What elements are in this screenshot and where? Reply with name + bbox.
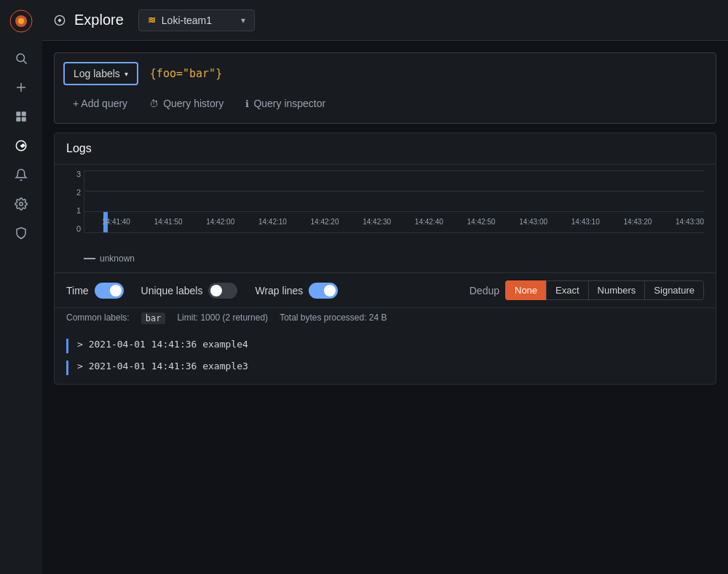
x-label-5: 14:42:30 (363, 218, 391, 232)
svg-rect-8 (22, 111, 26, 116)
query-history-label: Query history (163, 98, 223, 109)
chart-plot: 14:41:40 14:41:50 14:42:00 14:42:10 14:4… (84, 170, 704, 233)
unique-labels-toggle-thumb (210, 285, 222, 296)
datasource-name: Loki-team1 (162, 15, 212, 26)
query-bar: Log labels ▾ + Add query ⏱ Query history… (54, 52, 716, 124)
main-content: Explore ≋ Loki-team1 ▾ Log labels ▾ + Ad… (42, 0, 728, 574)
log-entry-bar-0 (66, 339, 68, 353)
wrap-lines-toggle[interactable] (309, 283, 338, 299)
controls-row: Time Unique labels Wrap lines (55, 272, 716, 307)
limit-text: Limit: 1000 (2 returned) (177, 312, 268, 324)
datasource-selector[interactable]: ≋ Loki-team1 ▾ (138, 9, 255, 31)
wrap-lines-control: Wrap lines (255, 283, 338, 299)
explore-nav-icon (54, 15, 66, 26)
log-text-0: > 2021-04-01 14:41:36 example4 (77, 337, 248, 353)
dedup-numbers-button[interactable]: Numbers (588, 280, 645, 300)
common-labels-label: Common labels: (66, 312, 130, 324)
wrap-lines-label: Wrap lines (255, 285, 303, 296)
svg-point-2 (18, 18, 24, 24)
unique-labels-control: Unique labels (141, 283, 238, 299)
bytes-text: Total bytes processed: 24 B (280, 312, 387, 324)
query-history-button[interactable]: ⏱ Query history (140, 93, 233, 114)
legend-line-icon (84, 258, 95, 259)
inspector-icon: ℹ (245, 98, 249, 109)
x-label-1: 14:41:50 (154, 218, 183, 232)
sidebar-item-alerting[interactable] (8, 162, 34, 188)
y-label-3: 3 (76, 170, 81, 178)
chart-container: 3 2 1 0 (66, 170, 704, 251)
query-inspector-label: Query inspector (253, 98, 325, 109)
dedup-none-button[interactable]: None (505, 280, 546, 300)
log-labels-chevron-icon: ▾ (124, 70, 128, 78)
content-area: Log labels ▾ + Add query ⏱ Query history… (42, 41, 728, 574)
unique-labels-label: Unique labels (141, 285, 203, 296)
chevron-down-icon: ▾ (241, 15, 245, 25)
svg-line-4 (23, 60, 26, 63)
x-label-6: 14:42:40 (415, 218, 443, 232)
x-label-2: 14:42:00 (206, 218, 234, 232)
logs-panel: Logs 3 2 1 0 (54, 133, 716, 385)
add-query-label: + Add query (73, 98, 127, 109)
sidebar-item-explore[interactable] (8, 133, 34, 159)
svg-point-13 (20, 203, 23, 206)
log-entry-1[interactable]: > 2021-04-01 14:41:36 example3 (55, 356, 716, 378)
topbar: Explore ≋ Loki-team1 ▾ (42, 0, 728, 41)
chart-x-axis: 14:41:40 14:41:50 14:42:00 14:42:10 14:4… (102, 218, 704, 232)
sidebar-item-search[interactable] (8, 45, 34, 71)
query-inspector-button[interactable]: ℹ Query inspector (236, 93, 335, 114)
x-label-10: 14:43:20 (623, 218, 652, 232)
time-label: Time (66, 285, 89, 296)
dedup-signature-button[interactable]: Signature (644, 280, 704, 300)
x-label-4: 14:42:20 (311, 218, 339, 232)
time-control: Time (66, 283, 124, 299)
sidebar-item-shield[interactable] (8, 220, 34, 246)
log-labels-label: Log labels (74, 68, 120, 79)
common-labels-value: bar (141, 312, 166, 324)
dedup-label: Dedup (470, 285, 499, 296)
logs-panel-title: Logs (55, 133, 716, 165)
grid-line-2 (84, 191, 704, 192)
x-label-9: 14:43:10 (571, 218, 600, 232)
time-toggle-thumb (110, 285, 122, 296)
query-actions: + Add query ⏱ Query history ℹ Query insp… (63, 93, 707, 114)
svg-rect-10 (22, 117, 26, 122)
log-labels-button[interactable]: Log labels ▾ (63, 62, 138, 85)
query-input-row: Log labels ▾ (63, 62, 707, 85)
y-label-1: 1 (76, 207, 81, 215)
sidebar-item-add[interactable] (8, 74, 34, 101)
wrap-lines-toggle-thumb (324, 285, 336, 296)
sidebar (0, 0, 42, 574)
grafana-logo[interactable] (6, 6, 36, 36)
y-label-0: 0 (76, 225, 81, 233)
log-entry-bar-1 (66, 361, 68, 375)
log-entries: > 2021-04-01 14:41:36 example4 > 2021-04… (55, 329, 716, 384)
log-entry-0[interactable]: > 2021-04-01 14:41:36 example4 (55, 334, 716, 356)
time-toggle[interactable] (95, 283, 124, 299)
history-icon: ⏱ (149, 98, 159, 109)
grid-line-top (84, 170, 704, 171)
query-input[interactable] (144, 64, 707, 83)
x-label-0: 14:41:40 (102, 218, 130, 232)
log-text-1: > 2021-04-01 14:41:36 example3 (77, 359, 248, 374)
datasource-icon: ≋ (148, 15, 156, 25)
svg-rect-7 (16, 111, 20, 116)
x-label-3: 14:42:10 (258, 218, 287, 232)
chart-y-axis: 3 2 1 0 (66, 170, 81, 233)
legend-label: unknown (100, 253, 135, 264)
page-title: Explore (74, 12, 124, 28)
dedup-exact-button[interactable]: Exact (546, 280, 588, 300)
summary-row: Common labels: bar Limit: 1000 (2 return… (55, 307, 716, 329)
chart-legend: unknown (66, 251, 704, 270)
add-query-button[interactable]: + Add query (63, 93, 137, 114)
sidebar-item-dashboards[interactable] (8, 103, 34, 130)
dedup-group: Dedup None Exact Numbers Signature (470, 280, 704, 300)
svg-rect-9 (16, 117, 20, 122)
x-label-8: 14:43:00 (519, 218, 547, 232)
grid-line-1 (84, 211, 704, 212)
x-label-11: 14:43:30 (676, 218, 704, 232)
sidebar-item-settings[interactable] (8, 191, 34, 217)
chart-area: 3 2 1 0 (55, 165, 716, 272)
unique-labels-toggle[interactable] (208, 283, 237, 299)
svg-marker-12 (20, 144, 26, 148)
x-label-7: 14:42:50 (467, 218, 495, 232)
